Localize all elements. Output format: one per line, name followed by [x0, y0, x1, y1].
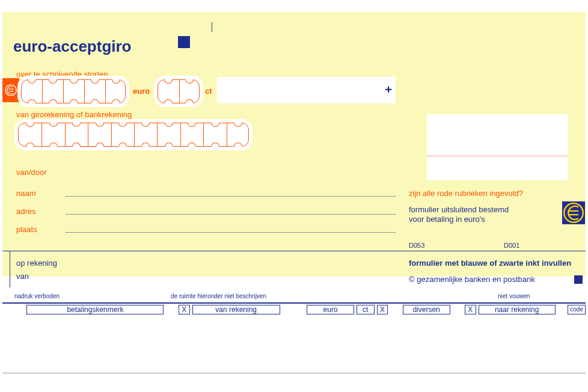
- micr-betalingskenmerk: betalingskenmerk: [26, 305, 164, 314]
- micr-diversen: diversen: [403, 305, 450, 314]
- label-euro: euro: [133, 87, 150, 96]
- euro-icon: [2, 78, 19, 102]
- payee-reference-area[interactable]: +: [217, 77, 396, 103]
- label-van-door: van/door: [16, 168, 47, 177]
- code-d001: D001: [504, 242, 519, 249]
- acceptgiro-form: euro-acceptgiro over te schrijven/te sto…: [0, 0, 588, 392]
- account-number-input[interactable]: [14, 119, 253, 150]
- note-ruimte: de ruimte hieronder niet beschrijven: [171, 293, 266, 299]
- label-naam: naam: [16, 189, 36, 198]
- form-title: euro-acceptgiro: [13, 37, 132, 56]
- signature-box[interactable]: [427, 114, 568, 180]
- separator-line: [2, 251, 586, 253]
- micr-ct: ct: [357, 305, 375, 314]
- euro-icon-blue: [562, 201, 585, 224]
- note-vouwen: niet vouwen: [498, 293, 530, 299]
- label-van-girorekening: van girorekening of bankrekening: [16, 110, 132, 119]
- alignment-tick: [212, 22, 212, 32]
- plus-marker: +: [385, 83, 392, 97]
- micr-x-3: X: [465, 305, 476, 314]
- label-bestemd-1: formulier uitsluitend bestemd: [409, 205, 509, 214]
- note-nadruk: nadruk verboden: [14, 293, 60, 299]
- amount-euro-input[interactable]: [17, 76, 129, 107]
- label-inkt: formulier met blauwe of zwarte inkt invu…: [409, 259, 571, 268]
- label-copyright: © gezamenlijke banken en postbank: [409, 275, 535, 284]
- micr-x-1: X: [179, 305, 190, 314]
- amount-ct-input[interactable]: [154, 76, 203, 107]
- plaats-line[interactable]: [66, 232, 396, 233]
- label-van: van: [16, 272, 29, 281]
- micr-van-rekening: van rekening: [192, 305, 280, 314]
- label-rode-rubrieken: zijn alle rode rubrieken ingevuld?: [409, 189, 523, 198]
- title-marker-box: [178, 36, 190, 48]
- adres-line[interactable]: [66, 214, 396, 215]
- micr-x-2: X: [377, 305, 388, 314]
- label-bestemd-2: voor betaling in euro's: [409, 215, 485, 224]
- label-plaats: plaats: [16, 225, 37, 234]
- code-d053: D053: [409, 242, 424, 249]
- label-op-rekening: op rekening: [16, 259, 57, 268]
- label-ct: ct: [205, 87, 212, 96]
- copyright-marker-box: [574, 275, 583, 284]
- naam-line[interactable]: [66, 196, 396, 197]
- micr-code: code: [568, 305, 586, 314]
- bottom-rule: [2, 373, 586, 373]
- micr-naar-rekening: naar rekening: [479, 305, 556, 314]
- label-adres: adres: [16, 207, 36, 216]
- micr-euro: euro: [307, 305, 354, 314]
